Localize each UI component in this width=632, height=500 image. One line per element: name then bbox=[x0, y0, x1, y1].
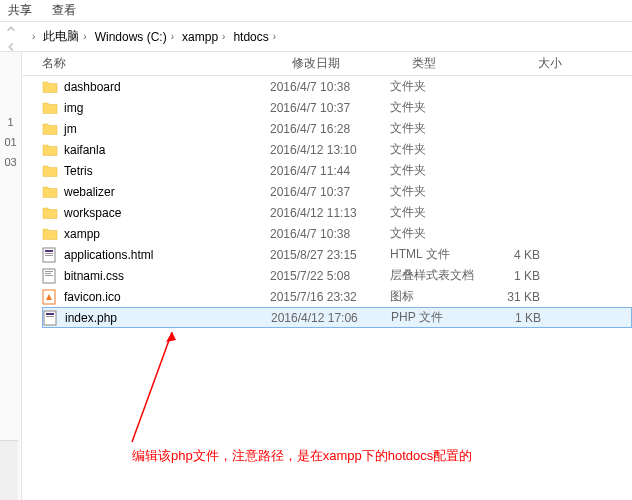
nav-up-icon[interactable] bbox=[4, 22, 18, 36]
chevron-right-icon: › bbox=[32, 31, 35, 42]
svg-rect-3 bbox=[45, 255, 53, 256]
file-type: 层叠样式表文档 bbox=[390, 267, 490, 284]
file-row[interactable]: jm2016/4/7 16:28文件夹 bbox=[42, 118, 632, 139]
svg-line-12 bbox=[132, 332, 172, 442]
file-list: dashboard2016/4/7 10:38文件夹img2016/4/7 10… bbox=[22, 76, 632, 328]
file-name: favicon.ico bbox=[64, 290, 121, 304]
file-date: 2016/4/7 16:28 bbox=[270, 122, 390, 136]
sidebar: 1 01 03 bbox=[0, 52, 22, 500]
php-icon bbox=[43, 310, 61, 326]
file-date: 2016/4/7 10:38 bbox=[270, 80, 390, 94]
file-row[interactable]: workspace2016/4/12 11:13文件夹 bbox=[42, 202, 632, 223]
file-row[interactable]: xampp2016/4/7 10:38文件夹 bbox=[42, 223, 632, 244]
file-date: 2016/4/12 17:06 bbox=[271, 311, 391, 325]
sidebar-fragment: 03 bbox=[0, 152, 21, 172]
file-row[interactable]: img2016/4/7 10:37文件夹 bbox=[42, 97, 632, 118]
file-date: 2015/7/22 5:08 bbox=[270, 269, 390, 283]
file-name: dashboard bbox=[64, 80, 121, 94]
file-date: 2016/4/7 10:37 bbox=[270, 101, 390, 115]
file-name: img bbox=[64, 101, 83, 115]
file-name: webalizer bbox=[64, 185, 115, 199]
file-date: 2015/8/27 23:15 bbox=[270, 248, 390, 262]
file-name: kaifanla bbox=[64, 143, 105, 157]
css-icon bbox=[42, 268, 60, 284]
svg-rect-6 bbox=[45, 273, 51, 274]
file-type: 文件夹 bbox=[390, 99, 490, 116]
file-name: xampp bbox=[64, 227, 100, 241]
chevron-right-icon: › bbox=[222, 31, 225, 42]
breadcrumb-item[interactable]: › bbox=[26, 31, 41, 42]
file-date: 2015/7/16 23:32 bbox=[270, 290, 390, 304]
file-type: HTML 文件 bbox=[390, 246, 490, 263]
folder-icon bbox=[42, 163, 60, 179]
folder-icon bbox=[42, 184, 60, 200]
svg-rect-2 bbox=[45, 253, 53, 254]
file-row[interactable]: index.php2016/4/12 17:06PHP 文件1 KB bbox=[42, 307, 632, 328]
file-row[interactable]: favicon.ico2015/7/16 23:32图标31 KB bbox=[42, 286, 632, 307]
file-size: 4 KB bbox=[490, 248, 550, 262]
svg-rect-11 bbox=[46, 316, 54, 317]
header-date[interactable]: 修改日期 bbox=[292, 55, 412, 72]
toolbar-share[interactable]: 共享 bbox=[8, 2, 32, 19]
ico-icon bbox=[42, 289, 60, 305]
breadcrumb-label: 此电脑 bbox=[43, 28, 79, 45]
folder-icon bbox=[42, 226, 60, 242]
file-row[interactable]: bitnami.css2015/7/22 5:08层叠样式表文档1 KB bbox=[42, 265, 632, 286]
file-date: 2016/4/12 11:13 bbox=[270, 206, 390, 220]
folder-icon bbox=[42, 205, 60, 221]
chevron-right-icon: › bbox=[171, 31, 174, 42]
file-name: index.php bbox=[65, 311, 117, 325]
file-type: PHP 文件 bbox=[391, 309, 491, 326]
file-type: 图标 bbox=[390, 288, 490, 305]
file-type: 文件夹 bbox=[390, 204, 490, 221]
file-row[interactable]: Tetris2016/4/7 11:44文件夹 bbox=[42, 160, 632, 181]
svg-rect-5 bbox=[45, 271, 53, 272]
nav-arrows bbox=[4, 20, 22, 54]
file-date: 2016/4/12 13:10 bbox=[270, 143, 390, 157]
svg-rect-1 bbox=[45, 250, 53, 252]
toolbar-view[interactable]: 查看 bbox=[52, 2, 76, 19]
breadcrumb-item[interactable]: htdocs› bbox=[231, 30, 282, 44]
file-row[interactable]: applications.html2015/8/27 23:15HTML 文件4… bbox=[42, 244, 632, 265]
file-size: 1 KB bbox=[490, 269, 550, 283]
file-row[interactable]: webalizer2016/4/7 10:37文件夹 bbox=[42, 181, 632, 202]
svg-rect-7 bbox=[45, 275, 53, 276]
breadcrumb-item[interactable]: Windows (C:)› bbox=[93, 30, 180, 44]
svg-rect-10 bbox=[46, 313, 54, 315]
file-type: 文件夹 bbox=[390, 120, 490, 137]
file-row[interactable]: dashboard2016/4/7 10:38文件夹 bbox=[42, 76, 632, 97]
annotation-text: 编辑该php文件，注意路径，是在xampp下的hotdocs配置的 bbox=[132, 447, 472, 465]
folder-icon bbox=[42, 121, 60, 137]
file-type: 文件夹 bbox=[390, 141, 490, 158]
file-name: applications.html bbox=[64, 248, 153, 262]
chevron-right-icon: › bbox=[273, 31, 276, 42]
file-type: 文件夹 bbox=[390, 225, 490, 242]
breadcrumb-label: xampp bbox=[182, 30, 218, 44]
folder-icon bbox=[42, 142, 60, 158]
file-date: 2016/4/7 10:37 bbox=[270, 185, 390, 199]
toolbar: 共享 查看 bbox=[0, 0, 632, 22]
annotation-arrow-icon bbox=[112, 332, 192, 452]
file-type: 文件夹 bbox=[390, 183, 490, 200]
file-date: 2016/4/7 10:38 bbox=[270, 227, 390, 241]
file-row[interactable]: kaifanla2016/4/12 13:10文件夹 bbox=[42, 139, 632, 160]
breadcrumb-item[interactable]: xampp› bbox=[180, 30, 231, 44]
header-size[interactable]: 大小 bbox=[512, 55, 572, 72]
file-name: workspace bbox=[64, 206, 121, 220]
breadcrumb-label: htdocs bbox=[233, 30, 268, 44]
html-icon bbox=[42, 247, 60, 263]
column-headers: 名称 修改日期 类型 大小 bbox=[22, 52, 632, 76]
file-size: 31 KB bbox=[490, 290, 550, 304]
file-name: jm bbox=[64, 122, 77, 136]
scrollbar-hint[interactable] bbox=[0, 440, 18, 500]
header-name[interactable]: 名称 bbox=[42, 55, 292, 72]
file-name: bitnami.css bbox=[64, 269, 124, 283]
sidebar-fragment: 1 bbox=[0, 112, 21, 132]
sidebar-fragment: 01 bbox=[0, 132, 21, 152]
file-name: Tetris bbox=[64, 164, 93, 178]
folder-icon bbox=[42, 79, 60, 95]
file-date: 2016/4/7 11:44 bbox=[270, 164, 390, 178]
file-type: 文件夹 bbox=[390, 78, 490, 95]
breadcrumb-item[interactable]: 此电脑› bbox=[41, 28, 92, 45]
header-type[interactable]: 类型 bbox=[412, 55, 512, 72]
